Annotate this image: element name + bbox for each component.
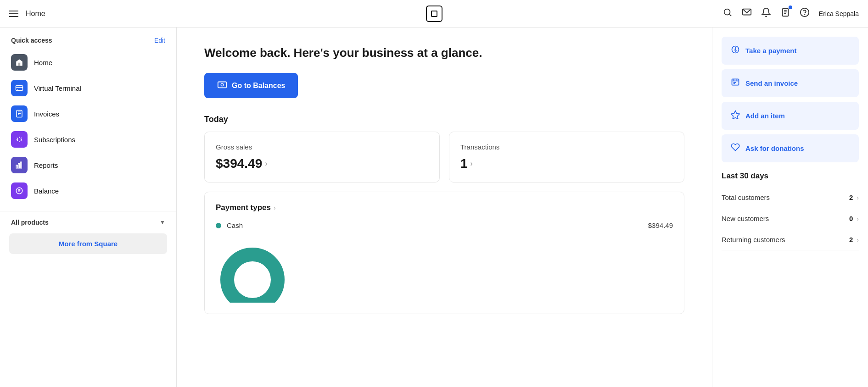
hamburger-menu[interactable] — [9, 11, 18, 17]
add-item-label: Add an item — [745, 112, 785, 120]
welcome-title: Welcome back. Here's your business at a … — [204, 46, 684, 60]
send-invoice-icon — [731, 77, 740, 89]
cash-amount: $394.49 — [648, 221, 673, 229]
new-customers-label: New customers — [722, 215, 849, 222]
go-to-balances-button[interactable]: Go to Balances — [204, 73, 298, 98]
sidebar-item-balance[interactable]: Balance — [0, 178, 176, 204]
payment-types-arrow[interactable]: › — [274, 204, 276, 211]
balances-button-icon — [217, 79, 227, 92]
ask-donations-label: Ask for donations — [745, 144, 804, 152]
nav-home-label: Home — [26, 10, 45, 18]
nav-left: Home — [9, 10, 45, 18]
search-icon[interactable] — [722, 7, 733, 20]
nav-right: Erica Seppala — [722, 7, 859, 20]
main-layout: Quick access Edit Home $ Virtual Termina… — [0, 28, 868, 387]
last-30-title: Last 30 days — [722, 171, 859, 181]
right-panel: $ Take a payment Send an invoice — [712, 28, 868, 387]
svg-point-24 — [236, 264, 269, 296]
add-item-icon — [731, 110, 740, 122]
sidebar-divider — [0, 211, 176, 211]
ask-donations-icon — [731, 143, 740, 154]
total-customers-arrow-icon[interactable]: › — [857, 194, 859, 201]
main-content: Welcome back. Here's your business at a … — [177, 28, 712, 387]
svg-rect-21 — [218, 82, 226, 88]
payment-bottom — [216, 238, 673, 303]
svg-rect-19 — [20, 162, 22, 168]
gross-sales-arrow-icon: › — [265, 160, 267, 168]
sidebar-item-reports[interactable]: Reports — [0, 152, 176, 178]
transactions-arrow-icon: › — [470, 160, 473, 168]
help-icon[interactable] — [800, 7, 810, 20]
sidebar-item-invoices[interactable]: Invoices — [0, 101, 176, 127]
sidebar-item-label-balance: Balance — [34, 187, 59, 195]
send-invoice-label: Send an invoice — [745, 79, 798, 87]
payment-row-cash: Cash $394.49 — [216, 221, 673, 229]
returning-customers-arrow-icon[interactable]: › — [857, 236, 859, 243]
logo-center — [426, 6, 442, 22]
sidebar-item-label-home: Home — [34, 59, 52, 66]
sidebar-scroll: Quick access Edit Home $ Virtual Termina… — [0, 28, 176, 387]
clipboard-icon[interactable] — [780, 7, 790, 20]
edit-link[interactable]: Edit — [154, 37, 165, 44]
top-nav: Home — [0, 0, 868, 28]
take-payment-icon: $ — [731, 45, 740, 56]
ask-donations-button[interactable]: Ask for donations — [722, 134, 859, 162]
new-customers-row[interactable]: New customers 0 › — [722, 208, 859, 229]
transactions-card[interactable]: Transactions 1 › — [449, 132, 684, 182]
svg-text:$: $ — [734, 48, 736, 51]
take-payment-button[interactable]: $ Take a payment — [722, 37, 859, 65]
quick-access-header: Quick access Edit — [0, 37, 176, 50]
new-customers-value: 0 — [849, 215, 853, 222]
payment-types-header: Payment types › — [216, 203, 673, 212]
go-to-balances-label: Go to Balances — [232, 82, 285, 90]
add-item-button[interactable]: Add an item — [722, 102, 859, 130]
cash-label: Cash — [227, 221, 643, 229]
all-products-title: All products — [11, 219, 49, 226]
balance-nav-icon — [11, 182, 28, 199]
stats-row: Gross sales $394.49 › Transactions 1 › — [204, 132, 684, 182]
sidebar-item-label-vt: Virtual Terminal — [34, 84, 81, 92]
transactions-label: Transactions — [460, 143, 673, 151]
svg-rect-18 — [18, 163, 20, 168]
sidebar-item-label-invoices: Invoices — [34, 110, 59, 118]
user-name[interactable]: Erica Seppala — [819, 10, 859, 17]
square-logo-inner — [431, 11, 437, 17]
subscriptions-nav-icon — [11, 131, 28, 148]
total-customers-label: Total customers — [722, 194, 849, 201]
svg-rect-17 — [16, 165, 17, 168]
bell-icon[interactable] — [761, 7, 771, 20]
returning-customers-value: 2 — [849, 236, 853, 243]
gross-sales-label: Gross sales — [216, 143, 428, 151]
total-customers-value: 2 — [849, 194, 853, 201]
take-payment-label: Take a payment — [745, 47, 796, 55]
all-products-header: All products ▼ — [0, 219, 176, 230]
payment-types-card: Payment types › Cash $394.49 — [204, 192, 684, 314]
today-label: Today — [204, 115, 684, 124]
gross-sales-card[interactable]: Gross sales $394.49 › — [204, 132, 440, 182]
quick-access-title: Quick access — [11, 37, 52, 44]
notification-badge — [789, 6, 792, 9]
square-logo — [426, 6, 442, 22]
svg-point-22 — [221, 83, 224, 86]
invoice-nav-icon — [11, 105, 28, 122]
reports-nav-icon — [11, 157, 28, 173]
svg-rect-9 — [18, 63, 21, 66]
svg-point-0 — [724, 9, 730, 15]
dropdown-arrow-icon[interactable]: ▼ — [160, 219, 165, 226]
sidebar-item-home[interactable]: Home — [0, 50, 176, 75]
transactions-value: 1 › — [460, 156, 673, 171]
returning-customers-row[interactable]: Returning customers 2 › — [722, 229, 859, 250]
donut-chart — [216, 238, 289, 303]
total-customers-row[interactable]: Total customers 2 › — [722, 187, 859, 208]
new-customers-arrow-icon[interactable]: › — [857, 215, 859, 222]
message-icon[interactable] — [742, 7, 752, 20]
sidebar-item-label-subscriptions: Subscriptions — [34, 136, 75, 144]
sidebar: Quick access Edit Home $ Virtual Termina… — [0, 28, 177, 387]
returning-customers-label: Returning customers — [722, 236, 849, 243]
more-from-square-button[interactable]: More from Square — [9, 233, 167, 254]
sidebar-item-virtual-terminal[interactable]: $ Virtual Terminal — [0, 75, 176, 101]
vt-nav-icon: $ — [11, 80, 28, 96]
send-invoice-button[interactable]: Send an invoice — [722, 69, 859, 97]
sidebar-item-subscriptions[interactable]: Subscriptions — [0, 127, 176, 152]
svg-line-1 — [729, 14, 731, 16]
